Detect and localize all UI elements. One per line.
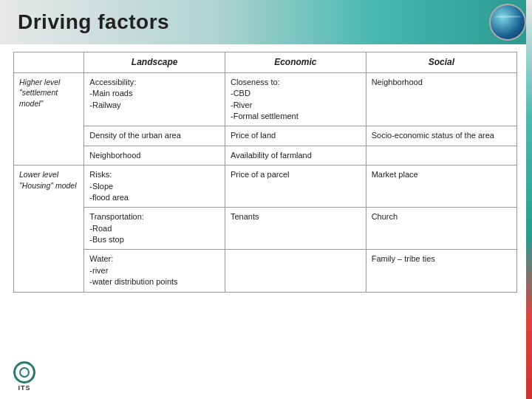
cell-social: Church [366,208,516,250]
col-header-empty [14,52,84,73]
page-title: Driving factors [18,10,169,34]
cell-landscape: Water: -river -water distribution points [84,250,225,292]
col-header-economic: Economic [225,52,366,73]
cell-social: Socio-economic status of the area [366,126,516,146]
footer-logo-area: ITS [13,361,35,392]
logo-text: ITS [18,384,30,392]
table-row: NeighborhoodAvailability of farmland [14,146,517,165]
cell-social: Market place [366,166,516,208]
cell-landscape: Risks: -Slope -flood area [84,166,225,208]
logo-circle [13,361,35,383]
cell-landscape: Accessibility: -Main roads -Railway [84,72,225,126]
table-row: Lower level "Housing" modelRisks: -Slope… [14,166,517,208]
cell-landscape: Transportation: -Road -Bus stop [84,208,225,250]
cell-economic: Closeness to: -CBD -River -Formal settle… [225,72,366,126]
cell-social [366,146,516,165]
cell-economic: Availability of farmland [225,146,366,165]
row-group-label-0: Higher level "settlement model" [14,72,84,165]
logo-inner [19,367,30,378]
cell-landscape: Density of the urban area [84,126,225,146]
cell-landscape: Neighborhood [84,146,225,165]
col-header-social: Social [366,52,516,73]
page-header: Driving factors [0,0,532,44]
cell-economic [225,250,366,292]
table-row: Density of the urban areaPrice of landSo… [14,126,517,146]
table-row: Higher level "settlement model"Accessibi… [14,72,517,126]
globe-decoration [489,4,526,41]
cell-economic: Price of a parcel [225,166,366,208]
cell-social: Neighborhood [366,72,516,126]
driving-factors-table: Landscape Economic Social Higher level "… [13,52,517,293]
row-group-label-1: Lower level "Housing" model [14,166,84,293]
cell-economic: Tenants [225,208,366,250]
col-header-landscape: Landscape [84,52,225,73]
table-row: Transportation: -Road -Bus stopTenantsCh… [14,208,517,250]
main-content: Landscape Economic Social Higher level "… [13,52,517,384]
cell-social: Family – tribe ties [366,250,516,292]
cell-economic: Price of land [225,126,366,146]
table-row: Water: -river -water distribution points… [14,250,517,292]
right-color-bar [526,0,532,399]
